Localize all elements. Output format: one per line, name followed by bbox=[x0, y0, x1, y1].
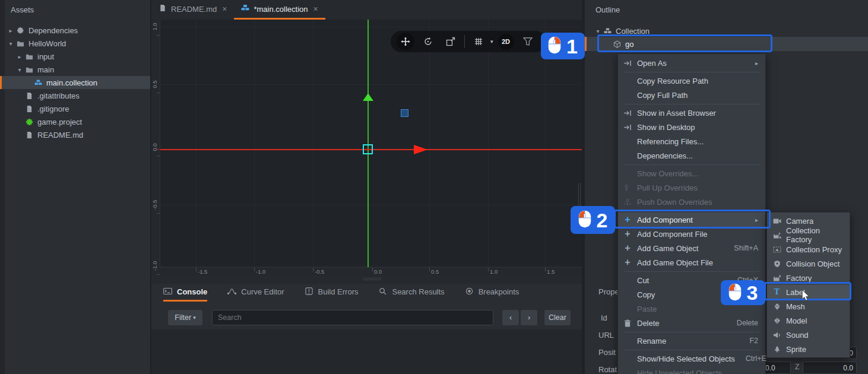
submenu-item-label: Collection Proxy bbox=[786, 245, 842, 254]
2d-mode-button[interactable]: 2D bbox=[498, 34, 514, 50]
submenu-item-collection-proxy[interactable]: Collection Proxy bbox=[767, 242, 850, 256]
menu-item-rename[interactable]: RenameF2 bbox=[618, 334, 765, 348]
sprite-icon bbox=[772, 346, 782, 353]
submenu-item-sprite[interactable]: Sprite bbox=[767, 342, 850, 356]
menu-item-show-hide-selected-objects[interactable]: Show/Hide Selected ObjectsCtrl+E bbox=[618, 351, 765, 366]
submenu-item-model[interactable]: Model bbox=[767, 313, 850, 328]
tree-item-main-collection[interactable]: main.collection bbox=[0, 76, 150, 89]
menu-item-add-game-object[interactable]: +Add Game ObjectShift+A bbox=[618, 241, 765, 255]
menu-item-label: Push Down Overrides bbox=[637, 198, 758, 207]
close-tab-icon[interactable]: × bbox=[313, 4, 318, 14]
tree-item-label: main.collection bbox=[46, 78, 97, 87]
tree-item-readme-md[interactable]: README.md bbox=[0, 128, 150, 141]
menu-item-copy-resource-path[interactable]: Copy Resource Path bbox=[618, 74, 765, 88]
search-input[interactable] bbox=[212, 310, 493, 325]
breakpoint-icon bbox=[465, 287, 474, 297]
menu-item-label: Hide Unselected Objects bbox=[637, 369, 758, 374]
gridline bbox=[313, 20, 313, 267]
menu-item-delete[interactable]: DeleteDelete bbox=[618, 316, 765, 330]
menu-item-label: Delete bbox=[637, 319, 726, 328]
annotation-badge-3: 3 bbox=[721, 280, 765, 305]
tree-item-input[interactable]: ▸input bbox=[0, 50, 150, 63]
frustum-filter-button[interactable] bbox=[519, 33, 537, 50]
menu-item-dependencies[interactable]: Dependencies... bbox=[618, 148, 765, 163]
console-tab-console[interactable]: Console bbox=[163, 284, 207, 302]
console-tab-breakpoints[interactable]: Breakpoints bbox=[465, 284, 519, 302]
menu-item-label: Pull Up Overrides bbox=[637, 183, 758, 192]
console-tab-curve-editor[interactable]: Curve Editor bbox=[227, 284, 284, 302]
y-axis-arrow-icon bbox=[363, 93, 373, 101]
tree-item-gitignore[interactable]: .gitignore bbox=[0, 102, 150, 115]
open-icon bbox=[623, 123, 632, 131]
selected-object-handle[interactable] bbox=[363, 144, 373, 154]
ruler-tick-label: 0.0 bbox=[151, 138, 160, 156]
trash-icon bbox=[623, 319, 632, 327]
move-tool-button[interactable] bbox=[397, 33, 414, 50]
splitter-grip-icon[interactable] bbox=[363, 278, 381, 281]
expander-down-icon[interactable]: ▾ bbox=[15, 66, 24, 73]
scene-console-splitter[interactable] bbox=[151, 275, 582, 284]
submenu-item-label: Collision Object bbox=[786, 259, 840, 268]
tree-item-main[interactable]: ▾main bbox=[0, 63, 150, 76]
collection-proxy-icon bbox=[772, 246, 782, 253]
menu-item-show-in-asset-browser[interactable]: Show in Asset Browser bbox=[618, 106, 765, 120]
error-icon bbox=[305, 287, 313, 297]
collection-gray-icon bbox=[603, 27, 612, 35]
next-match-button[interactable]: › bbox=[521, 310, 537, 325]
annotation-badge-2: 2 bbox=[571, 206, 615, 234]
terminal-icon bbox=[163, 287, 172, 297]
menu-separator bbox=[624, 72, 759, 72]
submenu-item-sound[interactable]: Sound bbox=[767, 328, 850, 342]
menu-item-open-as[interactable]: Open As▸ bbox=[618, 56, 765, 70]
mouse-left-click-icon bbox=[728, 283, 742, 303]
editor-tab-readme-md[interactable]: README.md× bbox=[151, 0, 234, 20]
tree-item-dependencies[interactable]: ▸Dependencies bbox=[0, 24, 150, 37]
open-icon bbox=[623, 109, 632, 117]
editor-tab-main-collection[interactable]: *main.collection× bbox=[234, 0, 325, 20]
tree-item-gitattributes[interactable]: .gitattributes bbox=[0, 89, 150, 102]
menu-item-label: Add Game Object bbox=[637, 244, 723, 253]
scale-tool-button[interactable] bbox=[442, 33, 460, 50]
rotate-tool-button[interactable] bbox=[419, 33, 437, 50]
menu-item-show-in-desktop[interactable]: Show in Desktop bbox=[618, 120, 765, 134]
expander-down-icon[interactable]: ▾ bbox=[593, 28, 603, 34]
scene-object[interactable] bbox=[401, 109, 408, 117]
collection-blue-icon bbox=[33, 78, 43, 87]
menu-item-label: Rename bbox=[637, 337, 739, 346]
editor-tab-bar: README.md×*main.collection× bbox=[151, 0, 582, 20]
grid-toggle-button[interactable] bbox=[470, 33, 487, 50]
console-tab-search-results[interactable]: Search Results bbox=[378, 284, 444, 302]
close-tab-icon[interactable]: × bbox=[222, 4, 227, 14]
position-z-field[interactable]: 0.0 bbox=[803, 362, 857, 374]
filter-dropdown[interactable]: Filter ▾ bbox=[168, 310, 202, 325]
submenu-item-label: Factory bbox=[786, 274, 812, 283]
menu-separator bbox=[624, 271, 759, 272]
folder-icon bbox=[24, 65, 34, 74]
submenu-item-collision-object[interactable]: Collision Object bbox=[767, 256, 850, 271]
menu-item-add-component-file[interactable]: +Add Component File bbox=[618, 227, 765, 241]
console-tab-label: Search Results bbox=[392, 287, 444, 296]
chevron-down-icon[interactable]: ▾ bbox=[490, 39, 493, 45]
scene-view[interactable]: ▾2D bbox=[151, 20, 582, 267]
expander-down-icon[interactable]: ▾ bbox=[6, 40, 15, 47]
position-x-field[interactable]: 0.0 bbox=[762, 362, 791, 374]
tree-item-game-project[interactable]: game.project bbox=[0, 115, 150, 128]
tree-item-helloworld[interactable]: ▾HelloWorld bbox=[0, 37, 150, 50]
clear-button[interactable]: Clear bbox=[544, 310, 571, 325]
expander-right-icon[interactable]: ▸ bbox=[6, 27, 15, 34]
ruler-tick-label: 1.0 bbox=[151, 18, 160, 36]
gridline bbox=[151, 205, 582, 205]
menu-item-copy-full-path[interactable]: Copy Full Path bbox=[618, 88, 765, 102]
menu-item-referencing-files[interactable]: Referencing Files... bbox=[618, 134, 765, 148]
gridline bbox=[429, 20, 430, 267]
prev-match-button[interactable]: ‹ bbox=[502, 310, 519, 325]
ruler-tick-label: 0.5 bbox=[151, 75, 160, 93]
project-icon bbox=[24, 118, 34, 126]
menu-item-label: Show Overrides... bbox=[637, 169, 758, 178]
x-axis-arrow-icon bbox=[414, 145, 427, 154]
submenu-item-collection-factory[interactable]: Collection Factory bbox=[767, 228, 850, 242]
expander-right-icon[interactable]: ▸ bbox=[15, 53, 24, 60]
menu-item-add-game-object-file[interactable]: +Add Game Object File bbox=[618, 255, 765, 270]
mouse-cursor-icon bbox=[802, 289, 810, 304]
console-tab-build-errors[interactable]: Build Errors bbox=[305, 284, 359, 302]
